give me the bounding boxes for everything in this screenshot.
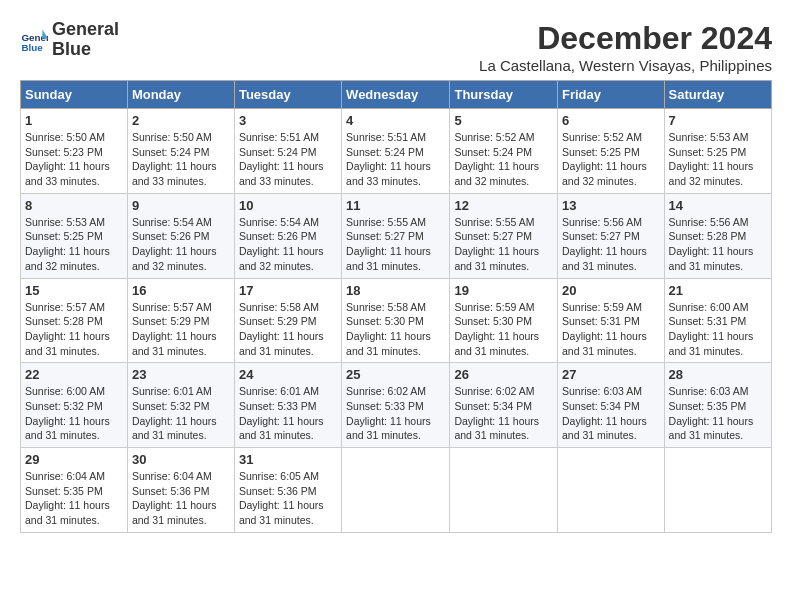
day-number: 20 [562, 283, 660, 298]
day-detail: Sunrise: 5:50 AM Sunset: 5:24 PM Dayligh… [132, 130, 230, 189]
calendar-cell: 31Sunrise: 6:05 AM Sunset: 5:36 PM Dayli… [234, 448, 341, 533]
calendar-cell: 2Sunrise: 5:50 AM Sunset: 5:24 PM Daylig… [127, 109, 234, 194]
day-number: 29 [25, 452, 123, 467]
calendar-cell [664, 448, 771, 533]
day-detail: Sunrise: 6:05 AM Sunset: 5:36 PM Dayligh… [239, 469, 337, 528]
day-detail: Sunrise: 5:57 AM Sunset: 5:28 PM Dayligh… [25, 300, 123, 359]
calendar-cell: 17Sunrise: 5:58 AM Sunset: 5:29 PM Dayli… [234, 278, 341, 363]
day-number: 1 [25, 113, 123, 128]
calendar-cell: 9Sunrise: 5:54 AM Sunset: 5:26 PM Daylig… [127, 193, 234, 278]
day-detail: Sunrise: 5:53 AM Sunset: 5:25 PM Dayligh… [25, 215, 123, 274]
calendar-cell: 6Sunrise: 5:52 AM Sunset: 5:25 PM Daylig… [558, 109, 665, 194]
day-number: 3 [239, 113, 337, 128]
calendar-cell: 11Sunrise: 5:55 AM Sunset: 5:27 PM Dayli… [342, 193, 450, 278]
day-number: 25 [346, 367, 445, 382]
day-number: 4 [346, 113, 445, 128]
day-detail: Sunrise: 5:56 AM Sunset: 5:28 PM Dayligh… [669, 215, 767, 274]
day-number: 12 [454, 198, 553, 213]
calendar-cell: 5Sunrise: 5:52 AM Sunset: 5:24 PM Daylig… [450, 109, 558, 194]
page-title: December 2024 [479, 20, 772, 57]
day-detail: Sunrise: 5:54 AM Sunset: 5:26 PM Dayligh… [132, 215, 230, 274]
day-number: 15 [25, 283, 123, 298]
calendar-week-row: 15Sunrise: 5:57 AM Sunset: 5:28 PM Dayli… [21, 278, 772, 363]
day-detail: Sunrise: 6:01 AM Sunset: 5:32 PM Dayligh… [132, 384, 230, 443]
day-number: 16 [132, 283, 230, 298]
day-number: 21 [669, 283, 767, 298]
header-tuesday: Tuesday [234, 81, 341, 109]
header-friday: Friday [558, 81, 665, 109]
svg-text:Blue: Blue [21, 41, 43, 52]
day-number: 22 [25, 367, 123, 382]
day-number: 8 [25, 198, 123, 213]
calendar-cell: 23Sunrise: 6:01 AM Sunset: 5:32 PM Dayli… [127, 363, 234, 448]
page-header: General Blue General Blue December 2024 … [20, 20, 772, 74]
day-number: 23 [132, 367, 230, 382]
day-detail: Sunrise: 6:04 AM Sunset: 5:36 PM Dayligh… [132, 469, 230, 528]
day-number: 2 [132, 113, 230, 128]
day-number: 27 [562, 367, 660, 382]
day-number: 7 [669, 113, 767, 128]
day-number: 28 [669, 367, 767, 382]
calendar-week-row: 8Sunrise: 5:53 AM Sunset: 5:25 PM Daylig… [21, 193, 772, 278]
day-detail: Sunrise: 6:03 AM Sunset: 5:35 PM Dayligh… [669, 384, 767, 443]
day-detail: Sunrise: 5:59 AM Sunset: 5:31 PM Dayligh… [562, 300, 660, 359]
calendar-cell: 24Sunrise: 6:01 AM Sunset: 5:33 PM Dayli… [234, 363, 341, 448]
logo-line2: Blue [52, 40, 119, 60]
calendar-cell: 4Sunrise: 5:51 AM Sunset: 5:24 PM Daylig… [342, 109, 450, 194]
calendar-cell: 14Sunrise: 5:56 AM Sunset: 5:28 PM Dayli… [664, 193, 771, 278]
day-number: 19 [454, 283, 553, 298]
day-number: 26 [454, 367, 553, 382]
day-detail: Sunrise: 6:00 AM Sunset: 5:32 PM Dayligh… [25, 384, 123, 443]
day-detail: Sunrise: 5:59 AM Sunset: 5:30 PM Dayligh… [454, 300, 553, 359]
day-detail: Sunrise: 6:03 AM Sunset: 5:34 PM Dayligh… [562, 384, 660, 443]
calendar-cell: 12Sunrise: 5:55 AM Sunset: 5:27 PM Dayli… [450, 193, 558, 278]
day-detail: Sunrise: 5:54 AM Sunset: 5:26 PM Dayligh… [239, 215, 337, 274]
calendar-cell [450, 448, 558, 533]
calendar-cell: 15Sunrise: 5:57 AM Sunset: 5:28 PM Dayli… [21, 278, 128, 363]
calendar-cell: 29Sunrise: 6:04 AM Sunset: 5:35 PM Dayli… [21, 448, 128, 533]
day-detail: Sunrise: 6:04 AM Sunset: 5:35 PM Dayligh… [25, 469, 123, 528]
day-number: 31 [239, 452, 337, 467]
day-number: 18 [346, 283, 445, 298]
calendar-cell [342, 448, 450, 533]
day-detail: Sunrise: 5:51 AM Sunset: 5:24 PM Dayligh… [239, 130, 337, 189]
calendar-cell: 26Sunrise: 6:02 AM Sunset: 5:34 PM Dayli… [450, 363, 558, 448]
logo-text: General Blue [52, 20, 119, 60]
day-detail: Sunrise: 5:58 AM Sunset: 5:29 PM Dayligh… [239, 300, 337, 359]
logo-icon: General Blue [20, 26, 48, 54]
calendar-week-row: 1Sunrise: 5:50 AM Sunset: 5:23 PM Daylig… [21, 109, 772, 194]
day-number: 5 [454, 113, 553, 128]
calendar-cell [558, 448, 665, 533]
calendar-cell: 21Sunrise: 6:00 AM Sunset: 5:31 PM Dayli… [664, 278, 771, 363]
calendar-cell: 25Sunrise: 6:02 AM Sunset: 5:33 PM Dayli… [342, 363, 450, 448]
calendar-week-row: 29Sunrise: 6:04 AM Sunset: 5:35 PM Dayli… [21, 448, 772, 533]
calendar-cell: 10Sunrise: 5:54 AM Sunset: 5:26 PM Dayli… [234, 193, 341, 278]
day-detail: Sunrise: 5:55 AM Sunset: 5:27 PM Dayligh… [346, 215, 445, 274]
calendar-cell: 8Sunrise: 5:53 AM Sunset: 5:25 PM Daylig… [21, 193, 128, 278]
day-number: 10 [239, 198, 337, 213]
header-wednesday: Wednesday [342, 81, 450, 109]
day-detail: Sunrise: 6:01 AM Sunset: 5:33 PM Dayligh… [239, 384, 337, 443]
calendar-cell: 30Sunrise: 6:04 AM Sunset: 5:36 PM Dayli… [127, 448, 234, 533]
calendar-cell: 20Sunrise: 5:59 AM Sunset: 5:31 PM Dayli… [558, 278, 665, 363]
calendar-cell: 16Sunrise: 5:57 AM Sunset: 5:29 PM Dayli… [127, 278, 234, 363]
calendar-cell: 7Sunrise: 5:53 AM Sunset: 5:25 PM Daylig… [664, 109, 771, 194]
day-number: 9 [132, 198, 230, 213]
day-number: 13 [562, 198, 660, 213]
day-detail: Sunrise: 5:55 AM Sunset: 5:27 PM Dayligh… [454, 215, 553, 274]
day-detail: Sunrise: 6:02 AM Sunset: 5:33 PM Dayligh… [346, 384, 445, 443]
day-detail: Sunrise: 6:02 AM Sunset: 5:34 PM Dayligh… [454, 384, 553, 443]
calendar-cell: 27Sunrise: 6:03 AM Sunset: 5:34 PM Dayli… [558, 363, 665, 448]
day-detail: Sunrise: 5:52 AM Sunset: 5:24 PM Dayligh… [454, 130, 553, 189]
logo-line1: General [52, 20, 119, 40]
calendar-cell: 3Sunrise: 5:51 AM Sunset: 5:24 PM Daylig… [234, 109, 341, 194]
day-detail: Sunrise: 5:56 AM Sunset: 5:27 PM Dayligh… [562, 215, 660, 274]
day-detail: Sunrise: 5:50 AM Sunset: 5:23 PM Dayligh… [25, 130, 123, 189]
header-sunday: Sunday [21, 81, 128, 109]
calendar-cell: 13Sunrise: 5:56 AM Sunset: 5:27 PM Dayli… [558, 193, 665, 278]
calendar-cell: 19Sunrise: 5:59 AM Sunset: 5:30 PM Dayli… [450, 278, 558, 363]
day-number: 11 [346, 198, 445, 213]
day-detail: Sunrise: 5:57 AM Sunset: 5:29 PM Dayligh… [132, 300, 230, 359]
day-detail: Sunrise: 5:53 AM Sunset: 5:25 PM Dayligh… [669, 130, 767, 189]
day-number: 30 [132, 452, 230, 467]
